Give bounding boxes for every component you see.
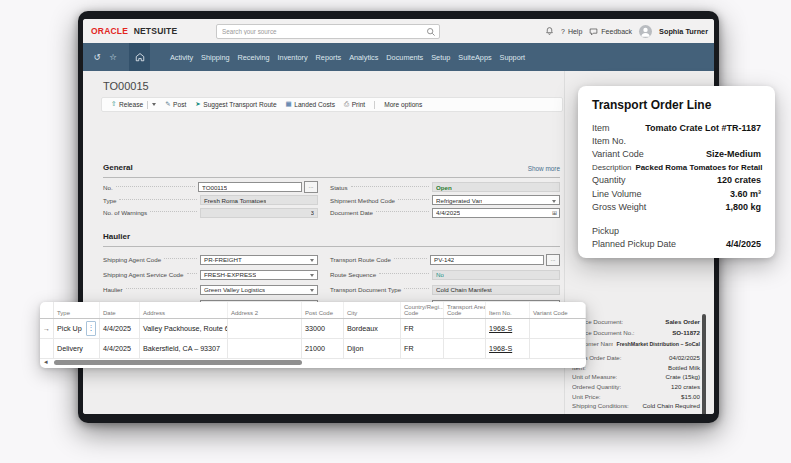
field-value-transport-route-code[interactable]: PV-142 xyxy=(430,255,544,265)
factbox-value: FreshMarket Distribution – SoCal xyxy=(616,341,700,347)
help-link[interactable]: ? Help xyxy=(561,28,582,35)
table-row-selected[interactable]: →Pick Up⋮4/4/2025Valley Packhouse, Route… xyxy=(40,319,586,339)
field-value-shipping-agent-code[interactable]: PR-FREIGHT xyxy=(200,255,318,265)
help-question-icon: ? xyxy=(561,28,565,35)
dropdown-caret-icon[interactable] xyxy=(310,274,314,277)
dotted-leader xyxy=(164,258,197,259)
cell-date[interactable]: 4/4/2025 xyxy=(100,319,140,338)
cell-country-regi[interactable]: FR xyxy=(401,319,444,338)
general-heading[interactable]: General xyxy=(103,163,133,172)
search-input[interactable] xyxy=(217,28,426,35)
popup-value: 120 crates xyxy=(717,175,761,185)
general-fields-right: StatusOpenShipment Method CodeRefrigerat… xyxy=(330,181,560,219)
factbox-row-shipping-conditions: Shipping Conditions:Cold Chain Required xyxy=(572,401,700,411)
scroll-left-arrow-icon[interactable]: ◂ xyxy=(44,358,48,366)
row-menu-icon[interactable]: ⋮ xyxy=(86,321,96,336)
field-label: Route Sequence xyxy=(330,271,376,278)
dropdown-caret-icon[interactable] xyxy=(552,200,556,203)
nav-item-setup[interactable]: Setup xyxy=(431,53,450,62)
factbox-value: Cold Chain Required xyxy=(643,402,700,409)
nav-item-receiving[interactable]: Receiving xyxy=(238,53,270,62)
field-value-document-date[interactable]: 4/4/2025⊞ xyxy=(432,208,560,218)
hscroll-thumb[interactable] xyxy=(54,360,302,365)
factbox-scrollbar[interactable] xyxy=(702,314,706,414)
user-name[interactable]: Sophia Turner xyxy=(659,27,708,36)
action-suggest-transport-route[interactable]: ➤Suggest Transport Route xyxy=(195,101,276,108)
popup-row-line-volume: Line Volume3.60 m³ xyxy=(592,187,761,200)
lines-table-header-row: TypeDateAddressAddress 2Post CodeCityCou… xyxy=(40,302,586,319)
field-transport-document-type: Transport Document TypeCold Chain Manife… xyxy=(330,282,560,297)
row-selected-arrow-icon: → xyxy=(40,319,54,338)
factbox-row-customer-name: Customer Name:FreshMarket Distribution –… xyxy=(572,338,700,349)
cell-address-2[interactable] xyxy=(228,319,302,338)
global-search[interactable] xyxy=(216,24,440,39)
factbox-row-unit-of-measure: Unit of Measure:Crate (15kg) xyxy=(572,372,700,382)
dotted-leader xyxy=(394,258,427,259)
nav-item-analytics[interactable]: Analytics xyxy=(349,53,378,62)
field-value-text: PV-142 xyxy=(434,256,454,263)
lines-table-rows: →Pick Up⋮4/4/2025Valley Packhouse, Route… xyxy=(40,319,586,359)
field-value-haulier[interactable]: Green Valley Logistics xyxy=(200,285,318,295)
action-more-options[interactable]: More options xyxy=(384,101,422,108)
field-value-transport-document-type: Cold Chain Manifest xyxy=(432,285,560,295)
factbox-label: Shipping Conditions: xyxy=(572,402,629,409)
factbox-value: 120 crates xyxy=(671,383,700,390)
nav-item-documents[interactable]: Documents xyxy=(386,53,423,62)
nav-item-suiteapps[interactable]: SuiteApps xyxy=(458,53,491,62)
nav-item-activity[interactable]: Activity xyxy=(170,53,193,62)
popup-row-description: DescriptionPacked Roma Tomatoes for Reta… xyxy=(592,161,761,174)
assist-edit-button[interactable]: ··· xyxy=(546,254,560,266)
popup-value: Tomato Crate Lot #TR-1187 xyxy=(645,123,761,133)
calendar-icon[interactable]: ⊞ xyxy=(552,210,557,216)
show-more-link[interactable]: Show more xyxy=(528,165,560,172)
action-release[interactable]: ⇧Release xyxy=(111,101,156,109)
popup-label: Description xyxy=(592,163,631,172)
nav-item-shipping[interactable]: Shipping xyxy=(201,53,229,62)
nav-item-inventory[interactable]: Inventory xyxy=(278,53,308,62)
cell-transport-area[interactable] xyxy=(444,319,486,338)
col-header-type: Type xyxy=(54,302,100,318)
post-icon: ✎ xyxy=(165,101,170,108)
factbox-value: SO-11872 xyxy=(672,329,700,336)
nav-item-support[interactable]: Support xyxy=(500,53,526,62)
dropdown-caret-icon[interactable] xyxy=(310,289,314,292)
cell-variant-code[interactable] xyxy=(530,319,586,338)
screenshot-stage: ORACLE NETSUITE ? Help Feedback xyxy=(0,0,791,463)
netsuite-logo: ORACLE NETSUITE xyxy=(91,26,177,36)
cell-type[interactable]: Pick Up⋮ xyxy=(54,319,100,338)
popup-row-item-no: Item No. xyxy=(592,134,761,147)
action-post[interactable]: ✎Post xyxy=(165,101,186,108)
popup-row-item: ItemTomato Crate Lot #TR-1187 xyxy=(592,121,761,134)
cell-address[interactable]: Valley Packhouse, Route 62, xyxy=(140,319,228,338)
dropdown-caret-icon[interactable] xyxy=(152,103,156,106)
history-back-icon[interactable]: ↺ xyxy=(89,52,105,62)
haulier-heading[interactable]: Haulier xyxy=(103,232,130,241)
transport-order-line-popup: Transport Order Line ItemTomato Crate Lo… xyxy=(578,86,775,258)
field-value-text: PR-FREIGHT xyxy=(204,256,242,263)
home-tab[interactable] xyxy=(129,43,150,71)
cell-post-code[interactable]: 33000 xyxy=(302,319,344,338)
favorites-star-icon[interactable]: ☆ xyxy=(105,52,121,62)
field-value-no-of-warnings: 3 xyxy=(200,208,318,218)
assist-edit-button[interactable]: ··· xyxy=(304,181,318,193)
action-print[interactable]: ⎙Print xyxy=(344,101,365,108)
field-value-shipping-agent-service-code[interactable]: FRESH-EXPRESS xyxy=(200,270,318,280)
item-no-link[interactable]: 1968-S xyxy=(486,319,530,338)
cell-city[interactable]: Bordeaux xyxy=(344,319,401,338)
user-avatar[interactable] xyxy=(639,25,652,38)
field-value-no[interactable]: TO00115 xyxy=(198,182,302,192)
lines-table-hscroll: ◂ xyxy=(40,356,586,368)
dropdown-caret-icon[interactable] xyxy=(310,259,314,262)
field-label: Type xyxy=(103,197,116,204)
field-value-text: Green Valley Logistics xyxy=(204,286,265,293)
factbox-detail-group: Sales Order Date:04/02/2025Item:Bottled … xyxy=(572,353,700,414)
field-shipping-agent-code: Shipping Agent CodePR-FREIGHT xyxy=(103,252,318,267)
notifications-bell-icon[interactable] xyxy=(545,26,554,36)
feedback-link[interactable]: Feedback xyxy=(589,27,632,36)
field-label: Shipment Method Code xyxy=(330,197,395,204)
popup-subheading: Pickup xyxy=(592,224,761,237)
field-value-shipment-method-code[interactable]: Refrigerated Van xyxy=(432,195,560,205)
action-landed-costs[interactable]: ▦Landed Costs xyxy=(286,101,335,108)
nav-item-reports[interactable]: Reports xyxy=(316,53,342,62)
popup-subheading-label: Pickup xyxy=(592,226,619,236)
